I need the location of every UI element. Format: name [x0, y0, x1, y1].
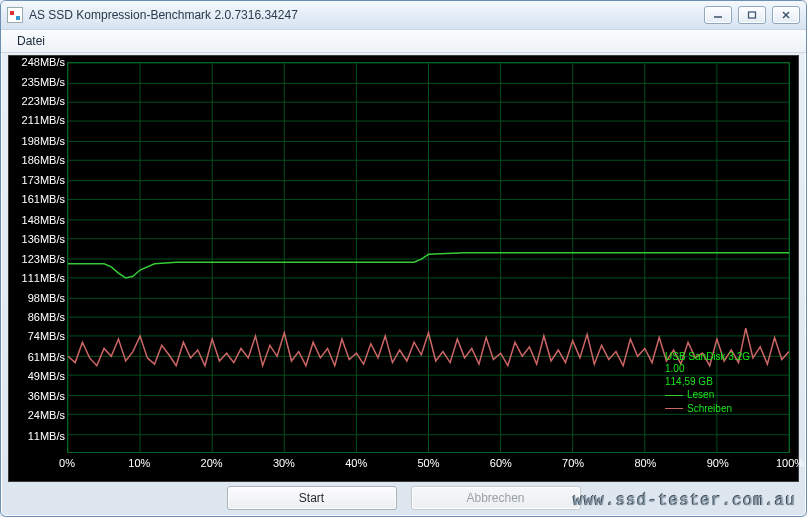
x-tick-label: 30% — [273, 457, 295, 469]
menubar: Datei — [1, 30, 806, 53]
x-tick-label: 10% — [128, 457, 150, 469]
window-controls — [704, 6, 800, 24]
close-button[interactable] — [772, 6, 800, 24]
x-tick-label: 70% — [562, 457, 584, 469]
y-tick-label: 186MB/s — [22, 154, 65, 166]
y-tick-label: 86MB/s — [28, 311, 65, 323]
y-tick-label: 235MB/s — [22, 76, 65, 88]
x-tick-label: 90% — [707, 457, 729, 469]
y-tick-label: 248MB/s — [22, 56, 65, 68]
x-tick-label: 40% — [345, 457, 367, 469]
x-tick-label: 20% — [201, 457, 223, 469]
y-tick-label: 98MB/s — [28, 292, 65, 304]
y-tick-label: 198MB/s — [22, 135, 65, 147]
minimize-button[interactable] — [704, 6, 732, 24]
plot-area: USB SanDisk 3.2G 1.00 114,59 GB Lesen Sc… — [67, 62, 790, 453]
y-tick-label: 61MB/s — [28, 351, 65, 363]
y-tick-label: 111MB/s — [22, 272, 65, 284]
y-tick-label: 223MB/s — [22, 95, 65, 107]
x-tick-label: 50% — [417, 457, 439, 469]
y-tick-label: 74MB/s — [28, 330, 65, 342]
y-tick-label: 24MB/s — [28, 409, 65, 421]
x-tick-label: 60% — [490, 457, 512, 469]
app-icon — [7, 7, 23, 23]
button-bar: Start Abbrechen — [1, 484, 806, 512]
y-tick-label: 136MB/s — [22, 233, 65, 245]
y-tick-label: 211MB/s — [22, 114, 65, 126]
svg-rect-1 — [749, 12, 756, 18]
app-window: AS SSD Kompression-Benchmark 2.0.7316.34… — [0, 0, 807, 517]
abort-button[interactable]: Abbrechen — [411, 486, 581, 510]
window-title: AS SSD Kompression-Benchmark 2.0.7316.34… — [29, 8, 704, 22]
start-button[interactable]: Start — [227, 486, 397, 510]
x-tick-label: 0% — [59, 457, 75, 469]
x-tick-label: 80% — [634, 457, 656, 469]
y-tick-label: 148MB/s — [22, 214, 65, 226]
y-tick-label: 36MB/s — [28, 390, 65, 402]
chart-panel: 11MB/s24MB/s36MB/s49MB/s61MB/s74MB/s86MB… — [8, 55, 799, 482]
maximize-button[interactable] — [738, 6, 766, 24]
titlebar: AS SSD Kompression-Benchmark 2.0.7316.34… — [1, 1, 806, 30]
y-tick-label: 49MB/s — [28, 370, 65, 382]
y-axis-ticks: 11MB/s24MB/s36MB/s49MB/s61MB/s74MB/s86MB… — [9, 62, 67, 453]
x-axis-ticks: 0%10%20%30%40%50%60%70%80%90%100% — [67, 457, 790, 475]
y-tick-label: 173MB/s — [22, 174, 65, 186]
chart-svg — [68, 63, 789, 452]
y-tick-label: 161MB/s — [22, 193, 65, 205]
menu-file[interactable]: Datei — [9, 32, 53, 50]
y-tick-label: 11MB/s — [28, 430, 65, 442]
y-tick-label: 123MB/s — [22, 253, 65, 265]
x-tick-label: 100% — [776, 457, 804, 469]
